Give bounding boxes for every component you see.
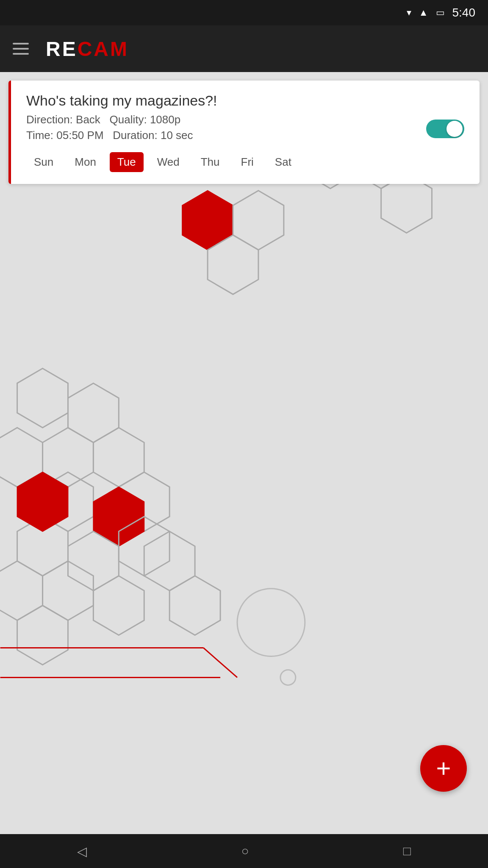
svg-marker-7 — [233, 191, 284, 250]
svg-marker-25 — [169, 576, 220, 635]
day-fri[interactable]: Fri — [233, 152, 261, 172]
logo-cam: CAM — [78, 38, 129, 60]
app-logo: RECAM — [46, 37, 129, 61]
svg-marker-22 — [17, 606, 68, 665]
signal-icon: ▲ — [419, 7, 428, 18]
days-row: Sun Mon Tue Wed Thu Fri Sat — [26, 152, 464, 172]
svg-line-28 — [203, 648, 237, 677]
day-sun[interactable]: Sun — [26, 152, 61, 172]
logo-re: RE — [46, 38, 78, 60]
day-thu[interactable]: Thu — [193, 152, 227, 172]
schedule-card: Who's taking my magazines?! Direction: B… — [8, 81, 480, 184]
wifi-icon: ▾ — [407, 7, 411, 18]
recent-nav-icon[interactable]: □ — [403, 844, 411, 858]
card-duration: Duration: 10 sec — [113, 129, 193, 142]
svg-point-29 — [237, 589, 305, 657]
day-sat[interactable]: Sat — [267, 152, 299, 172]
card-direction: Direction: Back — [26, 113, 100, 126]
svg-point-30 — [280, 670, 296, 685]
card-time-duration: Time: 05:50 PM Duration: 10 sec — [26, 129, 193, 142]
back-nav-icon[interactable]: ◁ — [77, 844, 87, 859]
svg-marker-8 — [17, 368, 68, 428]
card-quality: Quality: 1080p — [110, 113, 181, 126]
svg-marker-16 — [17, 472, 68, 531]
svg-marker-12 — [93, 428, 144, 487]
card-time: Time: 05:50 PM — [26, 129, 104, 142]
main-content: Who's taking my magazines?! Direction: B… — [0, 72, 488, 834]
home-nav-icon[interactable]: ○ — [241, 844, 249, 858]
card-title: Who's taking my magazines?! — [26, 92, 464, 109]
svg-marker-5 — [182, 191, 233, 250]
svg-marker-21 — [0, 561, 43, 620]
svg-marker-11 — [68, 383, 119, 442]
bottom-nav: ◁ ○ □ — [0, 834, 488, 868]
day-mon[interactable]: Mon — [67, 152, 104, 172]
schedule-toggle[interactable] — [426, 120, 464, 138]
status-time: 5:40 — [452, 6, 476, 19]
fab-add-button[interactable]: + — [420, 745, 467, 792]
hex-background — [0, 72, 488, 834]
battery-icon: ▭ — [436, 7, 445, 18]
nav-bar: RECAM — [0, 25, 488, 72]
fab-plus-icon: + — [436, 756, 451, 781]
svg-marker-23 — [93, 576, 144, 635]
day-wed[interactable]: Wed — [150, 152, 187, 172]
day-tue[interactable]: Tue — [110, 152, 144, 172]
status-bar: ▾ ▲ ▭ 5:40 — [0, 0, 488, 25]
hamburger-menu[interactable] — [13, 43, 29, 55]
card-direction-quality: Direction: Back Quality: 1080p — [26, 113, 193, 126]
